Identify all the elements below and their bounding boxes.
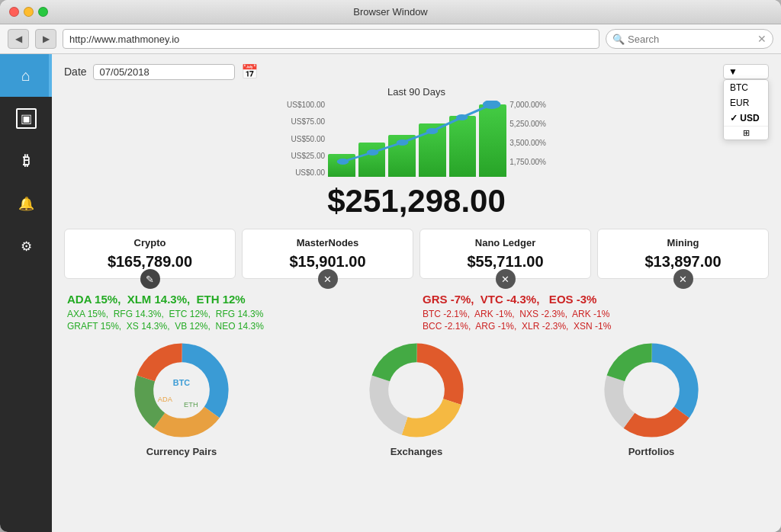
y-label-3: US$25.00 xyxy=(287,152,325,160)
y-label-2: US$50.00 xyxy=(287,135,325,143)
card-crypto-edit-button[interactable]: ✎ xyxy=(140,269,160,289)
search-bar: 🔍 ✕ xyxy=(606,29,773,49)
gainers-losers-section: ADA 15%, XLM 14.3%, ETH 12% AXA 15%, RFG… xyxy=(64,293,769,333)
gainers-line-2: GRAFT 15%, XS 14.3%, VB 12%, NEO 14.3% xyxy=(67,321,410,332)
chart-bars-lines xyxy=(328,101,506,177)
title-bar: Browser Window xyxy=(0,0,781,24)
chart-y-labels-right: 7,000.00% 5,250.00% 3,500.00% 1,750.00% xyxy=(509,101,546,177)
back-button[interactable]: ◀ xyxy=(8,29,29,49)
card-mining-value: $13,897.00 xyxy=(607,253,759,271)
currency-select[interactable]: ▼ xyxy=(723,64,769,79)
card-mining: Mining $13,897.00 ✕ xyxy=(597,229,769,279)
total-value: $251,298.00 xyxy=(64,183,769,220)
card-mining-title: Mining xyxy=(607,237,759,248)
svg-point-0 xyxy=(337,159,349,165)
maximize-button[interactable] xyxy=(38,7,48,17)
content-area: Date 📅 ▼ BTC EUR ✓ USD ⊞ xyxy=(52,54,781,532)
gainers-line-1: AXA 15%, RFG 14.3%, ETC 12%, RFG 14.3% xyxy=(67,309,410,319)
calendar-icon[interactable]: 📅 xyxy=(241,63,258,80)
svg-text:ADA: ADA xyxy=(158,396,173,403)
currency-menu: BTC EUR ✓ USD ⊞ xyxy=(723,79,769,140)
currency-select-arrow: ▼ xyxy=(728,66,738,77)
svg-point-1 xyxy=(367,149,379,155)
svg-point-3 xyxy=(426,128,439,134)
card-nano-ledger-remove-button[interactable]: ✕ xyxy=(496,269,516,289)
donut-svg-exchanges xyxy=(367,341,466,440)
donut-currency-pairs: BTC ADA ETH Currency Pairs xyxy=(113,341,250,457)
currency-option-usd[interactable]: ✓ USD xyxy=(724,111,768,126)
chart-container: Last 90 Days US$100.00 US$75.00 US$50.00… xyxy=(287,86,546,177)
wallet-icon: ▣ xyxy=(16,108,37,129)
donut-charts-row: BTC ADA ETH Currency Pairs Exchanges xyxy=(64,341,769,457)
search-icon: 🔍 xyxy=(612,34,625,45)
losers-section: GRS -7%, VTC -4.3%, EOS -3% BTC -2.1%, A… xyxy=(423,293,766,333)
settings-icon: ⚙ xyxy=(21,239,32,255)
currency-option-eur[interactable]: EUR xyxy=(724,95,768,111)
main-layout: ⌂ ▣ ₿ 🔔 ⚙ Date 📅 xyxy=(0,54,781,532)
card-crypto-value: $165,789.00 xyxy=(74,253,226,271)
cards-row: Crypto $165,789.00 ✎ MasterNodes $15,901… xyxy=(64,229,769,279)
card-nano-ledger: Nano Ledger $55,711.00 ✕ xyxy=(419,229,591,279)
losers-line-1: BTC -2.1%, ARK -1%, NXS -2.3%, ARK -1% xyxy=(423,309,766,319)
chart-section: Last 90 Days US$100.00 US$75.00 US$50.00… xyxy=(64,86,769,177)
y-label-r2: 3,500.00% xyxy=(509,139,546,147)
chart-area: US$100.00 US$75.00 US$50.00 US$25.00 US$… xyxy=(287,101,546,177)
close-button[interactable] xyxy=(9,7,19,17)
donut-portfolios-label: Portfolios xyxy=(583,446,720,457)
currency-dropdown[interactable]: ▼ BTC EUR ✓ USD ⊞ xyxy=(723,64,769,79)
sidebar: ⌂ ▣ ₿ 🔔 ⚙ xyxy=(0,54,52,532)
card-crypto: Crypto $165,789.00 ✎ xyxy=(64,229,236,279)
top-row: Date 📅 ▼ BTC EUR ✓ USD ⊞ xyxy=(64,63,769,80)
card-mining-remove-button[interactable]: ✕ xyxy=(673,269,693,289)
y-label-4: US$0.00 xyxy=(287,168,325,177)
address-bar[interactable] xyxy=(63,29,599,49)
y-label-r0: 7,000.00% xyxy=(509,101,546,109)
card-masternodes-value: $15,901.00 xyxy=(252,253,403,271)
alerts-icon: 🔔 xyxy=(18,196,34,212)
y-label-1: US$75.00 xyxy=(287,117,325,126)
donut-exchanges-label: Exchanges xyxy=(348,446,485,457)
card-nano-ledger-value: $55,711.00 xyxy=(429,253,581,271)
card-masternodes-title: MasterNodes xyxy=(252,237,403,248)
donut-portfolios: Portfolios xyxy=(583,341,720,457)
svg-point-2 xyxy=(397,139,409,146)
sidebar-item-home[interactable]: ⌂ xyxy=(0,54,52,97)
donut-svg-currency-pairs: BTC ADA ETH xyxy=(132,341,231,440)
card-nano-ledger-title: Nano Ledger xyxy=(429,237,581,248)
losers-line-2: BCC -2.1%, ARG -1%, XLR -2.3%, XSN -1% xyxy=(423,321,766,332)
donut-svg-portfolios xyxy=(602,341,701,440)
date-label: Date xyxy=(64,66,87,78)
home-icon: ⌂ xyxy=(21,67,31,85)
card-masternodes-remove-button[interactable]: ✕ xyxy=(318,269,338,289)
svg-point-9 xyxy=(144,353,219,428)
chart-y-labels-left: US$100.00 US$75.00 US$50.00 US$25.00 US$… xyxy=(287,101,325,177)
search-input[interactable] xyxy=(628,34,757,45)
svg-text:ETH: ETH xyxy=(184,401,198,409)
search-clear-icon[interactable]: ✕ xyxy=(757,33,767,45)
window-title: Browser Window xyxy=(353,6,428,18)
svg-point-20 xyxy=(614,353,689,428)
svg-point-16 xyxy=(379,353,454,428)
sidebar-item-settings[interactable]: ⚙ xyxy=(0,225,52,268)
card-masternodes: MasterNodes $15,901.00 ✕ xyxy=(242,229,413,279)
sidebar-item-bitcoin[interactable]: ₿ xyxy=(0,139,52,182)
y-label-r3: 1,750.00% xyxy=(509,158,546,166)
svg-point-4 xyxy=(456,114,468,120)
forward-button[interactable]: ▶ xyxy=(35,29,56,49)
currency-option-btc[interactable]: BTC xyxy=(724,80,768,95)
sidebar-item-alerts[interactable]: 🔔 xyxy=(0,182,52,225)
bitcoin-icon: ₿ xyxy=(23,153,30,169)
currency-add-btn[interactable]: ⊞ xyxy=(724,126,768,139)
minimize-button[interactable] xyxy=(24,7,34,17)
donut-exchanges: Exchanges xyxy=(348,341,485,457)
sidebar-item-wallet[interactable]: ▣ xyxy=(0,97,52,139)
y-label-r1: 5,250.00% xyxy=(509,120,546,128)
chart-title: Last 90 Days xyxy=(287,86,546,98)
traffic-lights xyxy=(9,7,48,17)
y-label-0: US$100.00 xyxy=(287,101,325,109)
nav-bar: ◀ ▶ 🔍 ✕ xyxy=(0,24,781,54)
svg-text:BTC: BTC xyxy=(173,378,190,387)
date-input[interactable] xyxy=(93,64,235,80)
gainers-title: ADA 15%, XLM 14.3%, ETH 12% xyxy=(67,293,410,306)
losers-title: GRS -7%, VTC -4.3%, EOS -3% xyxy=(423,293,766,306)
